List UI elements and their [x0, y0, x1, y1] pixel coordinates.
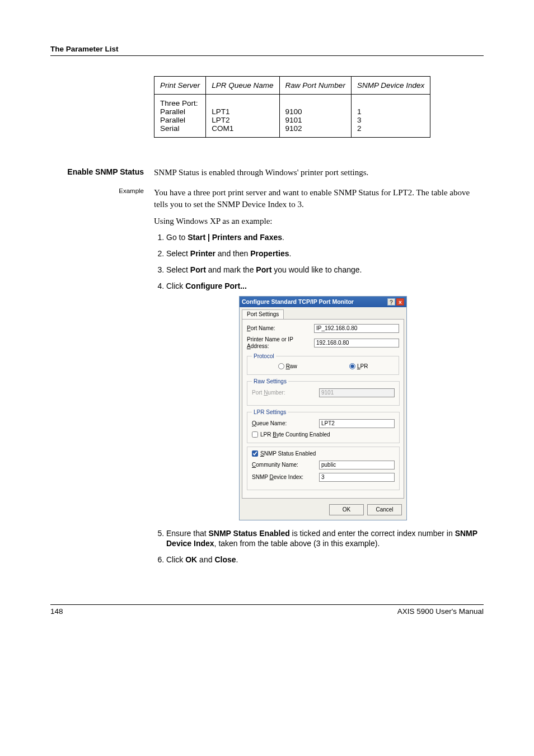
cell-snmp: 1 3 2: [351, 95, 430, 138]
port-mapping-table: Print Server LPR Queue Name Raw Port Num…: [154, 76, 430, 138]
enable-intro-text: SNMP Status is enabled through Windows' …: [154, 167, 484, 178]
step-2: Select Printer and then Properties.: [166, 248, 484, 259]
step-6: Click OK and Close.: [166, 555, 484, 565]
close-icon[interactable]: ×: [396, 298, 404, 306]
protocol-group: Protocol Raw LPR: [247, 353, 399, 375]
protocol-lpr-option[interactable]: LPR: [349, 363, 368, 370]
printer-address-label: Printer Name or IP Address:: [247, 336, 314, 350]
queue-name-input[interactable]: [319, 419, 395, 428]
port-number-label: Port Number:: [252, 389, 319, 396]
col-raw-port: Raw Port Number: [279, 77, 351, 95]
port-name-input[interactable]: [314, 324, 399, 333]
raw-settings-group: Raw Settings Port Number:: [247, 378, 400, 406]
community-name-label: Community Name:: [252, 462, 319, 468]
snmp-device-index-input[interactable]: [319, 473, 395, 482]
page-number: 148: [50, 607, 63, 616]
step-4: Click Configure Port... Configure Standa…: [166, 281, 484, 520]
step-5: Ensure that SNMP Status Enabled is ticke…: [166, 528, 484, 550]
example-paragraph-2: Using Windows XP as an example:: [154, 215, 484, 227]
section-heading-enable-snmp: Enable SNMP Status: [50, 167, 154, 184]
tab-port-settings[interactable]: Port Settings: [242, 309, 284, 319]
manual-title: AXIS 5900 User's Manual: [397, 607, 484, 616]
col-print-server: Print Server: [154, 77, 206, 95]
running-head: The Parameter List: [50, 45, 484, 53]
lpr-byte-checkbox[interactable]: [252, 431, 258, 438]
lpr-byte-label: LPR Byte Counting Enabled: [260, 431, 330, 438]
step-1: Go to Start | Printers and Faxes.: [166, 232, 484, 243]
col-snmp-index: SNMP Device Index: [351, 77, 430, 95]
snmp-group: SNMP Status Enabled Community Name: SNMP…: [247, 447, 400, 490]
footer-rule: [50, 604, 484, 605]
titlebar-buttons: ? ×: [387, 298, 404, 306]
printer-address-input[interactable]: [314, 339, 399, 348]
snmp-status-label: SNMP Status Enabled: [260, 450, 316, 457]
protocol-legend: Protocol: [252, 353, 276, 360]
cancel-button[interactable]: Cancel: [367, 504, 402, 515]
port-name-label: Port Name:: [247, 325, 314, 332]
dialog-panel: Port Name: Printer Name or IP Address: P…: [242, 319, 404, 499]
dialog-title-text: Configure Standard TCP/IP Port Monitor: [242, 298, 354, 306]
queue-name-label: Queue Name:: [252, 420, 319, 427]
col-lpr-queue: LPR Queue Name: [206, 77, 279, 95]
cell-lpr: LPT1 LPT2 COM1: [206, 95, 279, 138]
snmp-status-checkbox[interactable]: [252, 450, 258, 457]
example-paragraph-1: You have a three port print server and w…: [154, 187, 484, 210]
steps-list: Go to Start | Printers and Faxes. Select…: [154, 232, 484, 565]
port-number-input: [319, 388, 395, 397]
cell-print-server: Three Port: Parallel Parallel Serial: [154, 95, 206, 138]
configure-port-dialog: Configure Standard TCP/IP Port Monitor ?…: [239, 296, 407, 520]
help-icon[interactable]: ?: [387, 298, 395, 306]
raw-settings-legend: Raw Settings: [252, 378, 288, 385]
step-3: Select Port and mark the Port you would …: [166, 265, 484, 275]
header-rule: [50, 55, 484, 56]
community-name-input[interactable]: [319, 461, 395, 469]
snmp-device-index-label: SNMP Device Index:: [252, 474, 319, 481]
ok-button[interactable]: OK: [329, 504, 364, 515]
lpr-settings-group: LPR Settings Queue Name: LPR Byte Counti…: [247, 409, 400, 443]
example-label: Example: [50, 187, 154, 571]
lpr-settings-legend: LPR Settings: [252, 409, 288, 416]
dialog-titlebar: Configure Standard TCP/IP Port Monitor ?…: [240, 297, 406, 307]
protocol-raw-option[interactable]: Raw: [278, 363, 297, 370]
cell-raw: 9100 9101 9102: [279, 95, 351, 138]
